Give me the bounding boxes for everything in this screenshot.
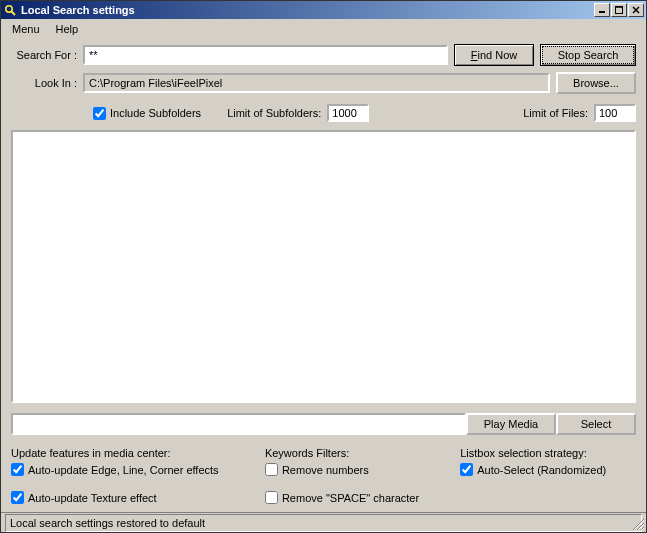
- menu-menu[interactable]: Menu: [5, 21, 47, 37]
- limit-files-label: Limit of Files:: [523, 107, 588, 119]
- remove-space-checkbox[interactable]: Remove "SPACE" character: [265, 491, 460, 504]
- statusbar: Local search settings restored to defaul…: [1, 512, 646, 532]
- auto-select-checkbox[interactable]: Auto-Select (Randomized): [460, 463, 636, 476]
- client-area: Search For : Find Now Stop Search Look I…: [1, 38, 646, 512]
- remove-numbers-label: Remove numbers: [282, 464, 369, 476]
- menubar: Menu Help: [1, 19, 646, 38]
- auto-select-label: Auto-Select (Randomized): [477, 464, 606, 476]
- update-features-heading: Update features in media center:: [11, 447, 265, 459]
- browse-button[interactable]: Browse...: [556, 72, 636, 94]
- media-path-input[interactable]: [11, 413, 466, 435]
- remove-space-label: Remove "SPACE" character: [282, 492, 419, 504]
- svg-line-1: [12, 12, 16, 16]
- play-media-button[interactable]: Play Media: [466, 413, 556, 435]
- bottom-columns: Update features in media center: Auto-up…: [11, 447, 636, 504]
- include-subfolders-label: Include Subfolders: [110, 107, 201, 119]
- limit-subfolders-input[interactable]: [327, 104, 369, 122]
- stop-search-button[interactable]: Stop Search: [540, 44, 636, 66]
- auto-update-edge-label: Auto-update Edge, Line, Corner effects: [28, 464, 219, 476]
- find-now-button[interactable]: Find Now: [454, 44, 534, 66]
- listbox-strategy-heading: Listbox selection strategy:: [460, 447, 636, 459]
- resize-grip-icon[interactable]: [629, 515, 645, 531]
- minimize-button[interactable]: [594, 3, 610, 17]
- maximize-button[interactable]: [611, 3, 627, 17]
- limit-subfolders-label: Limit of Subfolders:: [227, 107, 321, 119]
- search-for-label: Search For :: [11, 49, 83, 61]
- window: Local Search settings Menu Help Search F…: [0, 0, 647, 533]
- update-features-group: Update features in media center: Auto-up…: [11, 447, 265, 504]
- close-button[interactable]: [628, 3, 644, 17]
- limit-files-input[interactable]: [594, 104, 636, 122]
- magnifier-icon: [3, 3, 17, 17]
- auto-update-texture-label: Auto-update Texture effect: [28, 492, 157, 504]
- select-button[interactable]: Select: [556, 413, 636, 435]
- look-in-row: Look In : Browse...: [11, 72, 636, 94]
- options-row: Include Subfolders Limit of Subfolders: …: [93, 104, 636, 122]
- menu-help[interactable]: Help: [49, 21, 86, 37]
- look-in-input[interactable]: [83, 73, 550, 93]
- look-in-label: Look In :: [11, 77, 83, 89]
- search-for-row: Search For : Find Now Stop Search: [11, 44, 636, 66]
- auto-update-texture-checkbox[interactable]: Auto-update Texture effect: [11, 491, 265, 504]
- remove-numbers-checkbox[interactable]: Remove numbers: [265, 463, 460, 476]
- window-title: Local Search settings: [21, 4, 594, 16]
- keywords-filters-group: Keywords Filters: Remove numbers Remove …: [265, 447, 460, 504]
- titlebar: Local Search settings: [1, 1, 646, 19]
- media-row: Play Media Select: [11, 413, 636, 435]
- listbox-strategy-group: Listbox selection strategy: Auto-Select …: [460, 447, 636, 504]
- results-listbox[interactable]: [11, 130, 636, 403]
- auto-update-edge-checkbox[interactable]: Auto-update Edge, Line, Corner effects: [11, 463, 265, 476]
- search-for-input[interactable]: [83, 45, 448, 65]
- window-controls: [594, 3, 644, 17]
- svg-point-0: [6, 6, 12, 12]
- status-text: Local search settings restored to defaul…: [5, 514, 642, 532]
- keywords-filters-heading: Keywords Filters:: [265, 447, 460, 459]
- include-subfolders-checkbox[interactable]: Include Subfolders: [93, 107, 201, 120]
